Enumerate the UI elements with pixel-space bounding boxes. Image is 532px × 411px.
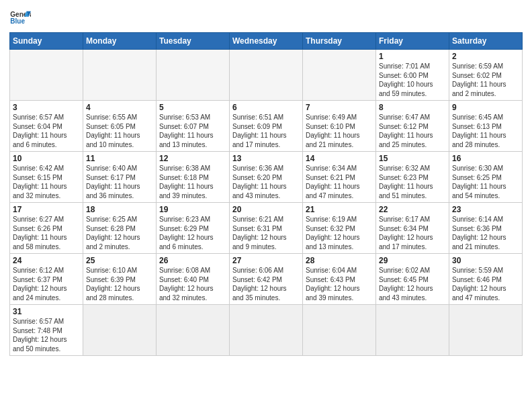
day-number: 24: [13, 256, 80, 265]
day-number: 20: [232, 205, 300, 214]
day-number: 3: [13, 103, 80, 112]
day-number: 7: [306, 103, 373, 112]
calendar-day-cell: 19Sunrise: 6:23 AM Sunset: 6:29 PM Dayli…: [157, 203, 230, 254]
day-number: 11: [86, 154, 153, 163]
day-number: 18: [86, 205, 153, 214]
calendar-day-cell: 8Sunrise: 6:47 AM Sunset: 6:12 PM Daylig…: [376, 101, 449, 152]
day-info: Sunrise: 6:45 AM Sunset: 6:13 PM Dayligh…: [452, 113, 519, 149]
calendar-day-cell: 7Sunrise: 6:49 AM Sunset: 6:10 PM Daylig…: [303, 101, 376, 152]
day-info: Sunrise: 6:40 AM Sunset: 6:17 PM Dayligh…: [86, 164, 153, 200]
calendar-day-cell: [303, 50, 376, 101]
calendar-day-cell: 26Sunrise: 6:08 AM Sunset: 6:40 PM Dayli…: [157, 254, 230, 305]
day-info: Sunrise: 6:47 AM Sunset: 6:12 PM Dayligh…: [379, 113, 446, 149]
day-number: 9: [452, 103, 519, 112]
day-info: Sunrise: 6:36 AM Sunset: 6:20 PM Dayligh…: [232, 164, 300, 200]
calendar-day-cell: 12Sunrise: 6:38 AM Sunset: 6:18 PM Dayli…: [157, 152, 230, 203]
calendar-day-cell: 9Sunrise: 6:45 AM Sunset: 6:13 PM Daylig…: [449, 101, 523, 152]
calendar-day-cell: 5Sunrise: 6:53 AM Sunset: 6:07 PM Daylig…: [157, 101, 230, 152]
calendar-day-cell: 6Sunrise: 6:51 AM Sunset: 6:09 PM Daylig…: [230, 101, 303, 152]
day-number: 28: [306, 256, 373, 265]
calendar-day-cell: 17Sunrise: 6:27 AM Sunset: 6:26 PM Dayli…: [10, 203, 83, 254]
day-number: 12: [159, 154, 226, 163]
calendar-day-cell: 1Sunrise: 7:01 AM Sunset: 6:00 PM Daylig…: [376, 50, 449, 101]
day-number: 2: [452, 52, 519, 61]
day-number: 8: [379, 103, 446, 112]
calendar-header-tuesday: Tuesday: [157, 33, 230, 50]
calendar-day-cell: 23Sunrise: 6:14 AM Sunset: 6:36 PM Dayli…: [449, 203, 523, 254]
day-info: Sunrise: 6:14 AM Sunset: 6:36 PM Dayligh…: [452, 215, 519, 251]
day-number: 22: [379, 205, 446, 214]
day-info: Sunrise: 6:04 AM Sunset: 6:43 PM Dayligh…: [306, 266, 373, 302]
calendar-week-row: 31Sunrise: 6:57 AM Sunset: 7:48 PM Dayli…: [10, 305, 523, 356]
calendar-day-cell: 14Sunrise: 6:34 AM Sunset: 6:21 PM Dayli…: [303, 152, 376, 203]
day-info: Sunrise: 6:27 AM Sunset: 6:26 PM Dayligh…: [13, 215, 80, 251]
day-info: Sunrise: 6:10 AM Sunset: 6:39 PM Dayligh…: [86, 266, 153, 302]
calendar-day-cell: [449, 305, 523, 356]
day-number: 1: [379, 52, 446, 61]
day-info: Sunrise: 5:59 AM Sunset: 6:46 PM Dayligh…: [452, 266, 519, 302]
day-info: Sunrise: 6:57 AM Sunset: 7:48 PM Dayligh…: [13, 317, 80, 353]
day-info: Sunrise: 6:30 AM Sunset: 6:25 PM Dayligh…: [452, 164, 519, 200]
calendar-day-cell: 18Sunrise: 6:25 AM Sunset: 6:28 PM Dayli…: [83, 203, 157, 254]
day-number: 27: [232, 256, 300, 265]
day-info: Sunrise: 6:02 AM Sunset: 6:45 PM Dayligh…: [379, 266, 446, 302]
calendar-week-row: 3Sunrise: 6:57 AM Sunset: 6:04 PM Daylig…: [10, 101, 523, 152]
calendar-week-row: 1Sunrise: 7:01 AM Sunset: 6:00 PM Daylig…: [10, 50, 523, 101]
logo: General Blue: [9, 7, 31, 28]
day-number: 14: [306, 154, 373, 163]
day-info: Sunrise: 6:25 AM Sunset: 6:28 PM Dayligh…: [86, 215, 153, 251]
calendar-day-cell: 20Sunrise: 6:21 AM Sunset: 6:31 PM Dayli…: [230, 203, 303, 254]
day-info: Sunrise: 6:17 AM Sunset: 6:34 PM Dayligh…: [379, 215, 446, 251]
calendar-header-thursday: Thursday: [303, 33, 376, 50]
day-number: 26: [159, 256, 226, 265]
day-number: 6: [232, 103, 300, 112]
day-number: 19: [159, 205, 226, 214]
day-number: 23: [452, 205, 519, 214]
calendar-day-cell: 16Sunrise: 6:30 AM Sunset: 6:25 PM Dayli…: [449, 152, 523, 203]
calendar-header-wednesday: Wednesday: [230, 33, 303, 50]
calendar-day-cell: 28Sunrise: 6:04 AM Sunset: 6:43 PM Dayli…: [303, 254, 376, 305]
day-number: 5: [159, 103, 226, 112]
calendar-header-sunday: Sunday: [10, 33, 83, 50]
day-info: Sunrise: 6:57 AM Sunset: 6:04 PM Dayligh…: [13, 113, 80, 149]
day-info: Sunrise: 6:19 AM Sunset: 6:32 PM Dayligh…: [306, 215, 373, 251]
day-info: Sunrise: 6:08 AM Sunset: 6:40 PM Dayligh…: [159, 266, 226, 302]
calendar-day-cell: 31Sunrise: 6:57 AM Sunset: 7:48 PM Dayli…: [10, 305, 83, 356]
calendar-day-cell: 2Sunrise: 6:59 AM Sunset: 6:02 PM Daylig…: [449, 50, 523, 101]
calendar-table: SundayMondayTuesdayWednesdayThursdayFrid…: [9, 32, 523, 356]
calendar-day-cell: 30Sunrise: 5:59 AM Sunset: 6:46 PM Dayli…: [449, 254, 523, 305]
day-info: Sunrise: 6:06 AM Sunset: 6:42 PM Dayligh…: [232, 266, 300, 302]
day-info: Sunrise: 6:38 AM Sunset: 6:18 PM Dayligh…: [159, 164, 226, 200]
calendar-day-cell: 15Sunrise: 6:32 AM Sunset: 6:23 PM Dayli…: [376, 152, 449, 203]
calendar-header-monday: Monday: [83, 33, 157, 50]
calendar-week-row: 24Sunrise: 6:12 AM Sunset: 6:37 PM Dayli…: [10, 254, 523, 305]
day-info: Sunrise: 6:12 AM Sunset: 6:37 PM Dayligh…: [13, 266, 80, 302]
calendar-day-cell: [10, 50, 83, 101]
calendar-week-row: 17Sunrise: 6:27 AM Sunset: 6:26 PM Dayli…: [10, 203, 523, 254]
svg-text:Blue: Blue: [10, 17, 25, 25]
day-number: 15: [379, 154, 446, 163]
day-info: Sunrise: 6:23 AM Sunset: 6:29 PM Dayligh…: [159, 215, 226, 251]
calendar-day-cell: [157, 50, 230, 101]
calendar-day-cell: [157, 305, 230, 356]
calendar-day-cell: [230, 305, 303, 356]
calendar-header-row: SundayMondayTuesdayWednesdayThursdayFrid…: [10, 33, 523, 50]
calendar-day-cell: 10Sunrise: 6:42 AM Sunset: 6:15 PM Dayli…: [10, 152, 83, 203]
day-info: Sunrise: 6:32 AM Sunset: 6:23 PM Dayligh…: [379, 164, 446, 200]
day-number: 25: [86, 256, 153, 265]
day-number: 31: [13, 307, 80, 316]
day-info: Sunrise: 7:01 AM Sunset: 6:00 PM Dayligh…: [379, 62, 446, 98]
day-info: Sunrise: 6:59 AM Sunset: 6:02 PM Dayligh…: [452, 62, 519, 98]
calendar-day-cell: [230, 50, 303, 101]
day-number: 30: [452, 256, 519, 265]
calendar-day-cell: 29Sunrise: 6:02 AM Sunset: 6:45 PM Dayli…: [376, 254, 449, 305]
generalblue-logo-icon: General Blue: [9, 7, 31, 28]
day-info: Sunrise: 6:21 AM Sunset: 6:31 PM Dayligh…: [232, 215, 300, 251]
day-number: 16: [452, 154, 519, 163]
calendar-week-row: 10Sunrise: 6:42 AM Sunset: 6:15 PM Dayli…: [10, 152, 523, 203]
calendar-body: 1Sunrise: 7:01 AM Sunset: 6:00 PM Daylig…: [10, 50, 523, 356]
day-number: 21: [306, 205, 373, 214]
day-info: Sunrise: 6:49 AM Sunset: 6:10 PM Dayligh…: [306, 113, 373, 149]
calendar-day-cell: 27Sunrise: 6:06 AM Sunset: 6:42 PM Dayli…: [230, 254, 303, 305]
calendar-header-friday: Friday: [376, 33, 449, 50]
